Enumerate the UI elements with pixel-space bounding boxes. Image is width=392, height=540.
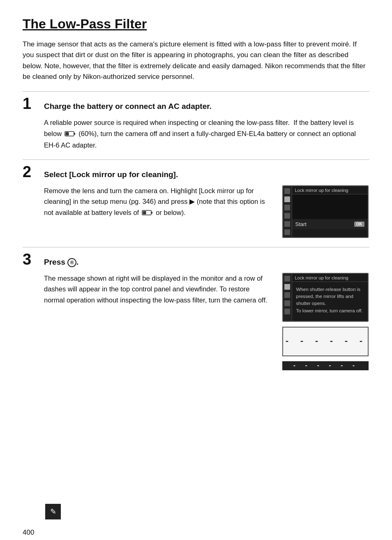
camera-sidebar-2	[283, 274, 292, 321]
sidebar-icon-5	[284, 221, 290, 227]
sidebar-icon-1	[284, 188, 290, 194]
step-3-header: 3 Press ®.	[23, 247, 369, 270]
step-3-image-col: Lock mirror up for cleaning When shutter…	[281, 273, 369, 370]
step-1-header: 1 Charge the battery or connect an AC ad…	[23, 91, 369, 114]
step-1-text: A reliable power source is required when…	[44, 117, 369, 150]
ok-badge: OK	[354, 222, 364, 227]
sidebar-icon-3	[284, 205, 290, 210]
step-3-content: The message shown at right will be displ…	[23, 270, 369, 379]
sidebar-icon-2-1	[284, 276, 290, 282]
camera-screen-2-message: When shutter-release button is pressed, …	[292, 282, 368, 321]
svg-rect-4	[143, 211, 146, 215]
sidebar-icon-2-2	[284, 284, 290, 290]
camera-main-area-2: Lock mirror up for cleaning When shutter…	[292, 274, 368, 321]
camera-sidebar-1	[283, 186, 292, 237]
start-label: Start	[295, 221, 307, 227]
sidebar-icon-6	[284, 229, 290, 235]
sidebar-icon-2	[284, 196, 290, 202]
step-2-image-col: Lock mirror up for cleaning Start OK	[281, 185, 369, 238]
step-2-content: Remove the lens and turn the camera on. …	[23, 182, 369, 247]
step-3-number: 3	[23, 252, 44, 267]
step-2-header: 2 Select [Lock mirror up for cleaning].	[23, 159, 369, 182]
bookmark-icon-box: ✎	[45, 504, 61, 519]
intro-text: The image sensor that acts as the camera…	[23, 39, 369, 82]
step-3-title: Press ®.	[44, 258, 78, 267]
step-2-number: 2	[23, 164, 44, 180]
step-1-title: Charge the battery or connect an AC adap…	[44, 102, 212, 111]
dashes-bar: - - - - - -	[282, 361, 369, 370]
sidebar-icon-2-5	[284, 309, 290, 314]
bookmark-symbol: ✎	[50, 507, 56, 516]
step-1-block: 1 Charge the battery or connect an AC ad…	[23, 91, 369, 159]
camera-screen-1-header: Lock mirror up for cleaning	[292, 186, 368, 194]
sidebar-icon-4	[284, 213, 290, 219]
camera-screen-1-body	[292, 194, 368, 219]
step-3-block: 3 Press ®. The message shown at right wi…	[23, 247, 369, 379]
sidebar-icon-2-3	[284, 292, 290, 298]
step-2-text: Remove the lens and turn the camera on. …	[44, 185, 270, 219]
camera-screen-2: Lock mirror up for cleaning When shutter…	[282, 273, 369, 322]
battery-icon	[65, 131, 76, 136]
camera-screen-2-header: Lock mirror up for cleaning	[292, 274, 368, 282]
svg-rect-5	[151, 212, 152, 214]
step-3-text: The message shown at right will be displ…	[44, 273, 270, 305]
step-1-number: 1	[23, 96, 44, 111]
svg-rect-1	[65, 132, 69, 136]
step-2-block: 2 Select [Lock mirror up for cleaning]. …	[23, 159, 369, 247]
dashes-display: - - - - - -	[282, 327, 369, 356]
battery-icon-2	[142, 210, 153, 215]
camera-screen-1: Lock mirror up for cleaning Start OK	[282, 185, 369, 238]
step-1-content: A reliable power source is required when…	[23, 114, 369, 159]
camera-screen-1-start: Start OK	[292, 219, 368, 229]
sidebar-icon-2-4	[284, 300, 290, 306]
svg-rect-2	[74, 133, 75, 135]
page-number: 400	[23, 528, 34, 537]
camera-main-area-1: Lock mirror up for cleaning Start OK	[292, 186, 368, 237]
step-2-title: Select [Lock mirror up for cleaning].	[44, 170, 178, 179]
page-title: The Low-Pass Filter	[23, 16, 369, 32]
ok-circle-icon: ®	[67, 258, 76, 267]
